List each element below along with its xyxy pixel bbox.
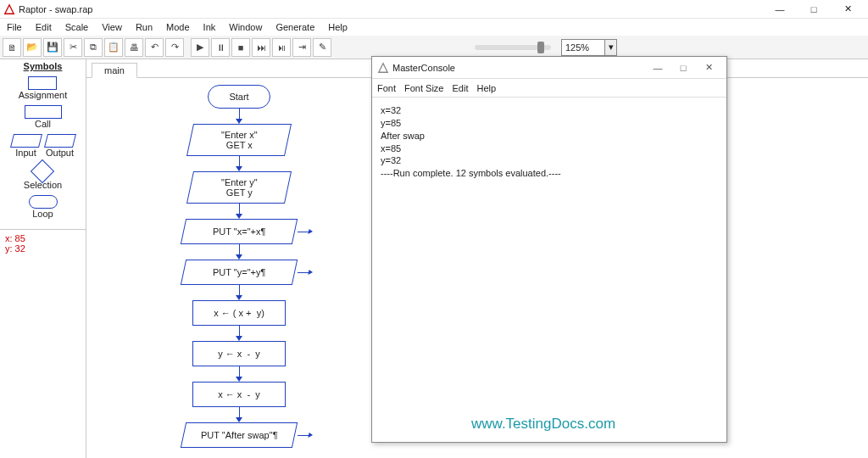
console-menubar: Font Font Size Edit Help xyxy=(372,79,726,98)
step-run-icon[interactable]: ⇥ xyxy=(292,38,311,57)
paste-icon[interactable]: 📋 xyxy=(104,38,123,57)
symbol-input[interactable]: Input xyxy=(12,134,41,158)
loop-icon xyxy=(29,195,58,209)
console-output: x=32 y=85 After swap x=85 y=32 ----Run c… xyxy=(372,98,726,187)
console-line: x=85 xyxy=(381,142,718,155)
watch-panel: x: 85 y: 32 xyxy=(0,229,86,271)
window-close-button[interactable]: ✕ xyxy=(831,0,865,19)
master-console-window[interactable]: MasterConsole — □ ✕ Font Font Size Edit … xyxy=(371,56,727,443)
window-title: Raptor - swap.rap xyxy=(19,4,92,14)
symbol-call[interactable]: Call xyxy=(25,105,62,129)
stop-icon[interactable]: ■ xyxy=(231,38,250,57)
console-close-button[interactable]: ✕ xyxy=(696,59,721,77)
console-line: After swap xyxy=(381,130,718,142)
step-icon[interactable]: ⏭ xyxy=(252,38,270,57)
console-titlebar[interactable]: MasterConsole — □ ✕ xyxy=(372,57,726,79)
cut-icon[interactable]: ✂ xyxy=(64,38,82,57)
console-title: MasterConsole xyxy=(392,63,455,73)
flow-output-afterswap[interactable]: PUT "After swap"¶ xyxy=(181,422,298,448)
assignment-icon xyxy=(28,76,57,90)
symbol-selection[interactable]: Selection xyxy=(24,163,62,190)
zoom-slider[interactable] xyxy=(475,45,551,50)
console-minimize-button[interactable]: — xyxy=(645,59,670,77)
input-icon xyxy=(10,134,42,148)
save-icon[interactable]: 💾 xyxy=(43,38,62,57)
menu-mode[interactable]: Mode xyxy=(163,20,193,34)
undo-icon[interactable]: ↶ xyxy=(145,38,164,57)
flow-output-x[interactable]: PUT "x="+x¶ xyxy=(181,219,298,244)
window-titlebar: Raptor - swap.rap — □ ✕ xyxy=(0,0,868,19)
console-maximize-button[interactable]: □ xyxy=(670,59,696,77)
menu-scale[interactable]: Scale xyxy=(62,20,92,34)
app-icon xyxy=(3,3,15,15)
menu-ink[interactable]: Ink xyxy=(200,20,220,34)
console-menu-fontsize[interactable]: Font Size xyxy=(404,83,443,93)
call-icon xyxy=(25,105,62,119)
menu-generate[interactable]: Generate xyxy=(272,20,318,34)
console-menu-font[interactable]: Font xyxy=(377,83,396,93)
menu-edit[interactable]: Edit xyxy=(32,20,55,34)
new-icon[interactable]: 🗎 xyxy=(3,38,21,57)
output-icon xyxy=(44,134,76,148)
watch-var-y: y: 32 xyxy=(5,243,81,254)
flow-input-x[interactable]: "Enter x" GET x xyxy=(186,124,292,156)
zoom-value[interactable]: 125% xyxy=(561,39,605,56)
flow-input-y[interactable]: "Enter y" GET y xyxy=(186,171,292,204)
pause-icon[interactable]: ⏸ xyxy=(211,38,230,57)
symbols-sidebar: Symbols Assignment Call Input Output Sel… xyxy=(0,59,86,458)
step-end-icon[interactable]: ⏯ xyxy=(272,38,291,57)
console-app-icon xyxy=(377,62,389,74)
console-line: x=32 xyxy=(381,104,718,117)
menu-run[interactable]: Run xyxy=(132,20,156,34)
flow-assign-2[interactable]: y ← x - y xyxy=(192,341,286,366)
sidebar-heading: Symbols xyxy=(24,61,63,71)
pen-icon[interactable]: ✎ xyxy=(313,38,331,57)
watermark: www.TestingDocs.com xyxy=(471,416,615,433)
print-icon[interactable]: 🖶 xyxy=(125,38,143,57)
symbol-output[interactable]: Output xyxy=(46,134,75,158)
flow-assign-1[interactable]: x ← ( x + y) xyxy=(192,300,286,326)
console-menu-edit[interactable]: Edit xyxy=(452,83,468,93)
flowchart: Start "Enter x" GET x "Enter y" GET y PU… xyxy=(154,85,324,448)
flow-start[interactable]: Start xyxy=(208,85,270,109)
watch-var-x: x: 85 xyxy=(5,233,81,243)
console-menu-help[interactable]: Help xyxy=(476,83,496,93)
tab-main[interactable]: main xyxy=(92,63,137,78)
menu-help[interactable]: Help xyxy=(325,20,351,34)
menu-file[interactable]: File xyxy=(3,20,25,34)
console-line: y=32 xyxy=(381,154,718,167)
symbol-assignment[interactable]: Assignment xyxy=(19,76,67,100)
window-minimize-button[interactable]: — xyxy=(763,0,797,19)
menu-view[interactable]: View xyxy=(98,20,125,34)
menu-window[interactable]: Window xyxy=(225,20,265,34)
copy-icon[interactable]: ⧉ xyxy=(84,38,103,57)
redo-icon[interactable]: ↷ xyxy=(165,38,184,57)
window-maximize-button[interactable]: □ xyxy=(797,0,831,19)
console-line: y=85 xyxy=(381,117,718,130)
play-icon[interactable]: ▶ xyxy=(191,38,209,57)
zoom-dropdown[interactable]: ▾ xyxy=(605,39,617,56)
flow-assign-3[interactable]: x ← x - y xyxy=(192,382,286,407)
symbol-loop[interactable]: Loop xyxy=(29,195,58,219)
console-line: ----Run complete. 12 symbols evaluated.-… xyxy=(381,167,718,180)
flow-output-y[interactable]: PUT "y="+y¶ xyxy=(181,260,298,285)
open-icon[interactable]: 📂 xyxy=(23,38,42,57)
menubar: File Edit Scale View Run Mode Ink Window… xyxy=(0,19,868,36)
